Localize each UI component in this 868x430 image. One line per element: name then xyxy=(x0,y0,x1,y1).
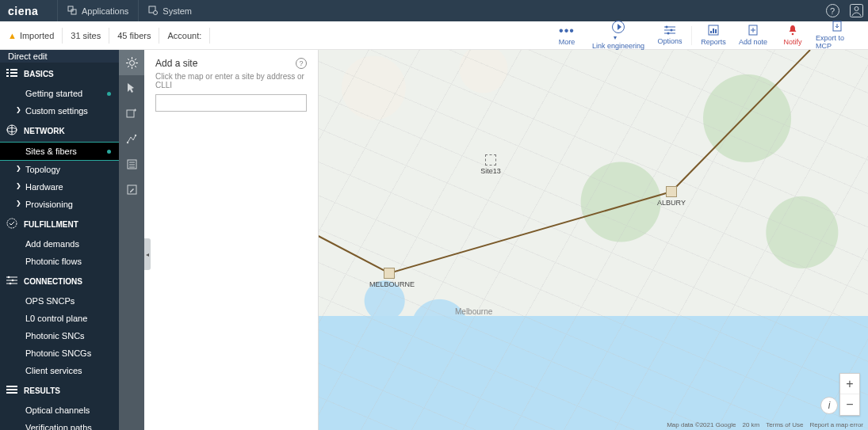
user-icon xyxy=(850,4,863,17)
system-icon xyxy=(148,6,158,17)
svg-rect-39 xyxy=(6,392,17,394)
svg-point-3 xyxy=(154,10,158,14)
tool-list[interactable] xyxy=(119,151,144,177)
collapse-handle[interactable]: ◂ xyxy=(144,238,151,270)
svg-point-9 xyxy=(666,26,668,29)
help-icon: ? xyxy=(826,4,839,17)
network-icon xyxy=(6,124,17,137)
list-icon xyxy=(6,67,17,80)
sidebar-item-getting-started[interactable]: Getting started xyxy=(0,85,119,102)
notify-button[interactable]: Notify xyxy=(773,21,813,50)
svg-point-5 xyxy=(855,7,858,11)
fiber-layer xyxy=(319,50,868,430)
map-credit-report[interactable]: Report a map error xyxy=(809,421,863,428)
sidebar-item-provisioning[interactable]: ❯Provisioning xyxy=(0,196,119,213)
add-note-label: Add note xyxy=(739,38,767,46)
svg-point-36 xyxy=(10,283,12,285)
sidebar-item-label: Client services xyxy=(25,366,82,375)
reports-icon xyxy=(708,25,719,37)
status-imported-label: Imported xyxy=(20,31,54,40)
connections-icon xyxy=(6,275,17,287)
zoom-out-button[interactable]: − xyxy=(840,394,859,415)
svg-rect-21 xyxy=(6,69,9,70)
sidebar-item-photonic-sncgs[interactable]: Photonic SNCGs xyxy=(0,344,119,362)
section-head-results: RESULTS xyxy=(0,379,119,401)
sidebar-item-label: Photonic SNCs xyxy=(25,331,85,341)
panel-help-icon[interactable]: ? xyxy=(296,58,307,69)
tab-system-label: System xyxy=(163,6,192,16)
sidebar-item-photonic-sncs[interactable]: Photonic SNCs xyxy=(0,327,119,344)
panel-title: Add a site xyxy=(155,58,197,69)
tool-add-site[interactable] xyxy=(119,101,144,126)
zoom-in-button[interactable]: + xyxy=(840,374,859,394)
play-icon xyxy=(612,21,625,33)
site-label-site13: Site13 xyxy=(471,167,510,175)
city-label: Melbourne xyxy=(455,307,492,316)
site-marker-site13[interactable] xyxy=(485,154,496,166)
map-info-button[interactable]: i xyxy=(820,397,838,414)
zoom-control: + − xyxy=(839,373,860,416)
fulfillment-icon xyxy=(6,218,17,230)
help-button[interactable]: ? xyxy=(820,0,844,21)
add-site-panel: Add a site ? Click the map or enter a si… xyxy=(144,50,319,430)
svg-rect-50 xyxy=(127,110,134,117)
add-note-button[interactable]: Add note xyxy=(733,21,773,50)
sidebar-item-add-demands[interactable]: Add demands xyxy=(0,235,119,253)
svg-point-54 xyxy=(135,135,136,136)
export-button[interactable]: Export to MCP xyxy=(813,21,862,50)
tab-system[interactable]: System xyxy=(138,0,201,21)
svg-rect-25 xyxy=(10,72,17,74)
map-credit-terms[interactable]: Terms of Use xyxy=(766,421,803,428)
tool-edit[interactable] xyxy=(119,177,144,202)
sidebar-item-label: Provisioning xyxy=(25,200,73,209)
route-icon xyxy=(126,133,137,144)
action-row: ••• More ▾ Link engineering Options Repo… xyxy=(547,21,868,50)
list-icon xyxy=(127,159,137,169)
add-note-icon xyxy=(748,25,759,37)
tool-route[interactable] xyxy=(119,126,144,151)
site-label-melbourne: MELBOURNE xyxy=(369,280,409,288)
svg-rect-1 xyxy=(71,10,76,14)
sidebar-item-optical-channels[interactable]: Optical channels xyxy=(0,401,119,419)
sidebar-item-label: Topology xyxy=(25,165,60,174)
add-site-icon xyxy=(126,108,137,119)
link-engineering-button[interactable]: ▾ Link engineering xyxy=(587,21,650,50)
sidebar-item-label: Photonic SNCGs xyxy=(25,348,91,358)
options-button[interactable]: Options xyxy=(650,21,690,50)
user-button[interactable] xyxy=(844,0,868,21)
svg-line-49 xyxy=(135,59,136,60)
reports-button[interactable]: Reports xyxy=(694,21,733,50)
tab-applications[interactable]: Applications xyxy=(57,0,138,21)
sidebar-item-topology[interactable]: ❯Topology xyxy=(0,161,119,178)
sidebar-item-hardware[interactable]: ❯Hardware xyxy=(0,178,119,196)
site-address-input[interactable] xyxy=(155,94,307,112)
site-label-albury: ALBURY xyxy=(652,199,691,207)
sidebar-item-photonic-flows[interactable]: Photonic flows xyxy=(0,253,119,270)
bell-icon xyxy=(787,25,798,37)
options-label: Options xyxy=(657,37,682,45)
pointer-icon xyxy=(127,82,136,93)
tool-settings[interactable] xyxy=(119,50,144,75)
site-marker-albury[interactable] xyxy=(666,186,677,197)
svg-rect-0 xyxy=(68,6,73,11)
sidebar-item-sites-fibers[interactable]: Sites & fibers xyxy=(0,142,119,161)
options-icon xyxy=(664,25,675,36)
sidebar-item-verification-paths[interactable]: Verification paths xyxy=(0,419,119,430)
link-engineering-label: Link engineering xyxy=(592,42,644,50)
tool-pointer[interactable] xyxy=(119,75,144,101)
sidebar-item-custom-settings[interactable]: ❯Custom settings xyxy=(0,102,119,120)
map-credits: Map data ©2021 Google 20 km Terms of Use… xyxy=(667,421,863,428)
site-marker-melbourne[interactable] xyxy=(384,268,395,279)
active-dot-icon xyxy=(107,150,111,154)
panel-subtitle: Click the map or enter a site by address… xyxy=(155,72,307,89)
section-title: BASICS xyxy=(24,70,54,78)
status-imported: ▲ Imported xyxy=(0,28,63,44)
svg-rect-13 xyxy=(710,31,712,33)
sidebar-item-label: Hardware xyxy=(25,182,63,192)
sidebar-item-ops-sncps[interactable]: OPS SNCPs xyxy=(0,292,119,310)
map-canvas[interactable]: MELBOURNEALBURYSite13 Melbourne i + − Ma… xyxy=(319,50,868,430)
more-button[interactable]: ••• More xyxy=(547,21,587,50)
sidebar-item-l0-control-plane[interactable]: L0 control plane xyxy=(0,310,119,327)
sidebar-item-client-services[interactable]: Client services xyxy=(0,362,119,379)
status-bar: ▲ Imported 31 sites 45 fibers Account: •… xyxy=(0,21,868,50)
